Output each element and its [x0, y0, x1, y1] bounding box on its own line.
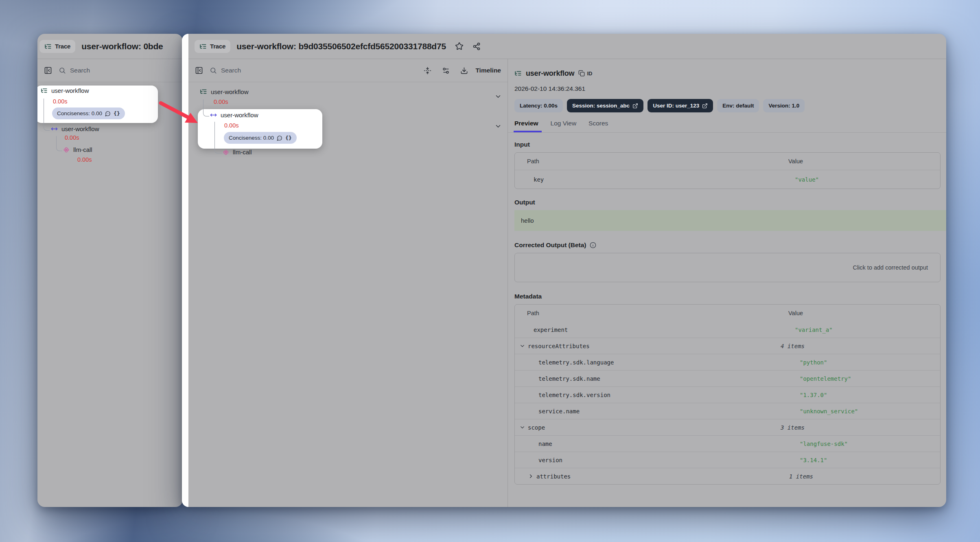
tree-node-duration: 0.00s	[77, 156, 92, 163]
trace-badges: Latency: 0.00sSession: session_abcUser I…	[514, 99, 940, 112]
user-id-badge[interactable]: User ID: user_123	[648, 99, 713, 112]
annotation-arrow	[158, 100, 200, 125]
tree-toolbar: Search Timeline	[188, 59, 508, 82]
tree-connector	[214, 122, 222, 154]
metadata-value: "variant_a"	[795, 327, 833, 333]
metadata-table: Path Value experiment "variant_a" resour…	[514, 304, 941, 485]
metadata-row: version "3.14.1"	[515, 452, 940, 468]
trace-chip-label: Trace	[55, 43, 70, 50]
metadata-heading: Metadata	[514, 293, 941, 300]
move-horizontal-icon	[51, 125, 58, 132]
input-heading: Input	[514, 141, 941, 148]
metadata-row: service.name "unknown_service"	[515, 403, 940, 419]
metadata-path: telemetry.sdk.version	[538, 392, 610, 398]
fold-vertical-icon[interactable]	[424, 67, 431, 75]
panel-collapse-icon[interactable]	[195, 66, 203, 75]
background-window-titlebar: Trace user-workflow: 0bde	[37, 34, 183, 59]
download-icon[interactable]	[460, 67, 468, 75]
metadata-row: telemetry.sdk.version "1.37.0"	[515, 386, 940, 403]
metadata-row: telemetry.sdk.name "opentelemetry"	[515, 370, 940, 386]
metadata-path: scope	[528, 424, 545, 431]
tree-node-label: user-workflow	[221, 112, 258, 118]
version-badge: Version: 1.0	[763, 99, 805, 112]
chevron-down-icon	[519, 424, 525, 430]
corrected-output-label: Corrected Output (Beta)	[514, 241, 586, 249]
tab-scores[interactable]: Scores	[588, 120, 608, 132]
search-input[interactable]: Search	[210, 67, 413, 74]
move-horizontal-icon	[210, 112, 217, 118]
tree-node-user-workflow-child[interactable]: user-workflow	[51, 125, 99, 132]
tree-node-user-workflow[interactable]: user-workflow	[41, 87, 89, 94]
score-badge[interactable]: Conciseness: 0.00 {}	[224, 132, 297, 144]
comment-icon	[105, 111, 111, 116]
metadata-row[interactable]: resourceAttributes 4 items	[515, 338, 940, 354]
metadata-value: "3.14.1"	[800, 457, 827, 463]
timeline-toggle[interactable]: Timeline	[475, 67, 501, 74]
metadata-value: 3 items	[781, 424, 805, 431]
value-column-header: Value	[788, 158, 803, 165]
tab-preview[interactable]: Preview	[514, 120, 538, 132]
search-input[interactable]: Search	[59, 67, 176, 74]
metadata-path: experiment	[534, 327, 568, 333]
trace-tree: user-workflow 0.00s user-workflow 0.00s …	[188, 82, 508, 507]
search-placeholder: Search	[70, 67, 90, 74]
tree-node-user-workflow-child[interactable]: user-workflow	[210, 112, 258, 118]
external-link-icon	[632, 103, 638, 109]
trace-chip-label: Trace	[210, 43, 225, 50]
external-link-icon	[702, 103, 708, 109]
corrected-output-box[interactable]: Click to add corrected output	[514, 253, 941, 282]
value-column-header: Value	[788, 310, 803, 316]
copy-icon	[578, 70, 585, 77]
input-value: "value"	[795, 176, 819, 183]
metadata-value: 4 items	[781, 343, 805, 349]
session-badge[interactable]: Session: session_abc	[567, 99, 643, 112]
tree-node-label: llm-call	[73, 146, 92, 153]
table-row: key "value"	[515, 170, 940, 189]
tab-log-view[interactable]: Log View	[551, 120, 576, 132]
share-icon[interactable]	[472, 42, 481, 50]
table-header-row: Path Value	[515, 305, 940, 322]
score-badge-label: Conciseness: 0.00	[57, 110, 102, 116]
tree-connector	[56, 136, 62, 151]
trace-timestamp: 2026-02-10 14:36:24.361	[514, 85, 940, 92]
metadata-row[interactable]: scope 3 items	[515, 419, 940, 435]
generation-clover-icon	[223, 149, 229, 156]
metadata-row[interactable]: attributes 1 items	[515, 468, 940, 484]
score-badge-label: Conciseness: 0.00	[229, 135, 274, 141]
output-heading: Output	[514, 199, 941, 206]
trace-type-chip: Trace	[39, 40, 75, 53]
tree-node-label: llm-call	[233, 149, 252, 156]
star-icon[interactable]	[455, 42, 464, 50]
tree-node-user-workflow[interactable]: user-workflow	[200, 88, 249, 95]
main-window: Trace user-workflow: b9d035506502efcfd56…	[182, 34, 946, 507]
settings-sliders-icon[interactable]	[442, 67, 450, 75]
braces-icon: {}	[285, 135, 292, 141]
chevron-down-icon[interactable]	[494, 123, 502, 130]
path-column-header: Path	[527, 158, 539, 165]
tree-node-label: user-workflow	[51, 87, 89, 94]
metadata-path: service.name	[538, 408, 580, 415]
tree-node-duration: 0.00s	[65, 134, 79, 141]
trace-tree-panel: Search Timeline user-workflow	[188, 59, 508, 507]
metadata-value: "unknown_service"	[800, 408, 858, 415]
panel-collapse-icon[interactable]	[44, 66, 52, 75]
tree-connector	[44, 99, 50, 131]
path-column-header: Path	[527, 310, 539, 316]
corrected-output-heading: Corrected Output (Beta)	[514, 241, 941, 249]
comment-icon	[277, 135, 282, 141]
metadata-path: version	[538, 457, 562, 463]
tree-node-llm-call[interactable]: llm-call	[223, 149, 252, 156]
metadata-value: "python"	[800, 359, 827, 366]
tree-node-llm-call[interactable]: llm-call	[63, 146, 92, 153]
copy-id-button[interactable]: ID	[578, 70, 592, 77]
score-badge[interactable]: Conciseness: 0.00 {}	[52, 108, 125, 119]
list-tree-icon	[514, 70, 522, 77]
tree-node-duration: 0.00s	[53, 98, 67, 105]
chevron-down-icon[interactable]	[494, 93, 502, 100]
env-badge: Env: default	[717, 99, 759, 112]
info-icon[interactable]	[590, 242, 596, 248]
generation-clover-icon	[63, 147, 70, 153]
chevron-down-icon	[519, 343, 525, 349]
tree-node-duration: 0.00s	[224, 122, 238, 129]
tree-node-label: user-workflow	[211, 88, 249, 95]
